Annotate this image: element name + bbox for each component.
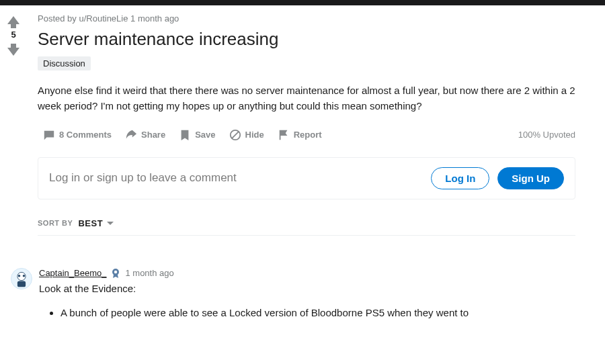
save-label: Save	[195, 130, 215, 140]
post-body: Anyone else find it weird that there the…	[38, 83, 575, 114]
post-score: 5	[11, 30, 15, 40]
comment-text: Look at the Evidence: A bunch of people …	[39, 281, 575, 321]
save-button[interactable]: Save	[173, 125, 220, 145]
bookmark-icon	[179, 129, 191, 141]
hide-icon	[229, 129, 241, 141]
comment-lead: Look at the Evidence:	[39, 281, 575, 297]
hide-label: Hide	[245, 130, 264, 140]
posted-by-label: Posted by	[38, 13, 79, 24]
downvote-icon[interactable]	[7, 48, 19, 56]
comment-age: 1 month ago	[125, 268, 173, 278]
login-button[interactable]: Log In	[431, 167, 489, 189]
sort-row: Sort by Best	[38, 218, 575, 236]
award-badge-icon[interactable]	[110, 268, 121, 279]
login-buttons: Log In Sign Up	[431, 167, 564, 189]
svg-point-8	[114, 270, 117, 273]
login-prompt: Log in or sign up to leave a comment Log…	[38, 157, 575, 199]
comment-body: Captain_Beemo_ 1 month ago Look at the E…	[39, 268, 575, 326]
signup-button[interactable]: Sign Up	[497, 167, 564, 189]
share-icon	[125, 129, 137, 141]
post-container: 5 Posted by u/RoutineLie 1 month ago Ser…	[0, 5, 605, 326]
comment-icon	[43, 129, 55, 141]
comment: Captain_Beemo_ 1 month ago Look at the E…	[11, 268, 575, 326]
svg-rect-4	[17, 281, 26, 287]
comment-header: Captain_Beemo_ 1 month ago	[39, 268, 575, 279]
report-label: Report	[294, 130, 322, 140]
share-button[interactable]: Share	[120, 125, 171, 145]
post-main: Posted by u/RoutineLie 1 month ago Serve…	[27, 13, 605, 326]
report-button[interactable]: Report	[272, 125, 327, 145]
action-row: 8 Comments Share Save Hide Report 100% U…	[38, 125, 575, 145]
comments-button[interactable]: 8 Comments	[38, 125, 117, 145]
sort-label: Sort by	[38, 219, 73, 227]
top-bar	[0, 0, 605, 5]
svg-point-5	[18, 275, 21, 277]
comment-author[interactable]: Captain_Beemo_	[39, 268, 106, 278]
post-age: 1 month ago	[130, 13, 179, 24]
comment-bullet: A bunch of people were able to see a Loc…	[61, 306, 575, 321]
chevron-down-icon	[107, 222, 114, 225]
upvote-icon[interactable]	[7, 16, 19, 24]
svg-point-6	[23, 275, 26, 277]
post-flair[interactable]: Discussion	[38, 56, 91, 71]
login-prompt-text: Log in or sign up to leave a comment	[49, 171, 237, 185]
upvoted-percentage: 100% Upvoted	[518, 130, 575, 140]
comments-label: 8 Comments	[59, 130, 112, 140]
post-title: Server maintenance increasing	[38, 29, 575, 50]
avatar-icon	[12, 269, 31, 288]
hide-button[interactable]: Hide	[224, 125, 270, 145]
sort-dropdown[interactable]: Best	[78, 218, 114, 228]
share-label: Share	[141, 130, 165, 140]
sort-value: Best	[78, 218, 103, 228]
flag-icon	[278, 129, 290, 141]
post-meta: Posted by u/RoutineLie 1 month ago	[38, 13, 575, 24]
svg-line-1	[231, 131, 239, 138]
author-link[interactable]: u/RoutineLie	[79, 13, 128, 24]
avatar[interactable]	[11, 268, 32, 289]
